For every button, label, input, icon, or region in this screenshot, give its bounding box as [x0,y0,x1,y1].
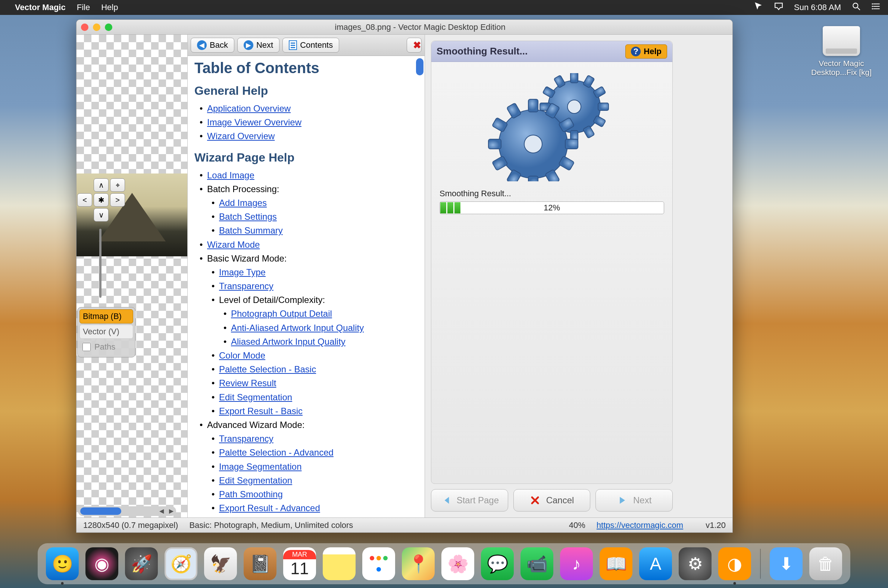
menubar-clock[interactable]: Sun 6:08 AM [794,3,841,12]
svg-point-1 [872,3,873,4]
status-mode: Basic: Photograph, Medium, Unlimited col… [189,520,353,530]
link-path-smoothing[interactable]: Path Smoothing [219,489,283,499]
nav-fit-button[interactable]: ⌖ [110,178,125,192]
drive-icon [823,26,860,56]
window-title: images_08.png - Vector Magic Desktop Edi… [112,22,728,32]
link-palette-adv[interactable]: Palette Selection - Advanced [219,447,333,458]
dock-mail[interactable]: 🦅 [204,548,237,580]
minimize-window-button[interactable] [93,24,100,31]
dock-vector-magic[interactable]: ◑ [718,548,751,580]
pane-help-button[interactable]: ? Help [626,44,667,58]
link-batch-settings[interactable]: Batch Settings [219,212,277,222]
layer-bitmap[interactable]: Bitmap (B) [80,309,133,324]
viewer-h-scrollbar[interactable]: ◀ ▶ [78,506,176,516]
link-transparency-basic[interactable]: Transparency [219,281,273,291]
scroll-right-icon[interactable]: ▶ [166,506,176,516]
start-page-button[interactable]: Start Page [431,489,508,512]
link-batch-summary[interactable]: Batch Summary [219,225,283,236]
link-add-images[interactable]: Add Images [219,198,267,208]
link-palette-basic[interactable]: Palette Selection - Basic [219,364,316,374]
link-load-image[interactable]: Load Image [207,170,255,180]
nav-down-button[interactable]: ∨ [94,208,109,222]
link-export-adv[interactable]: Export Result - Advanced [219,503,320,513]
close-window-button[interactable] [81,24,88,31]
dock-safari[interactable]: 🧭 [165,548,197,580]
help-contents-button[interactable]: Contents [282,38,339,52]
layer-paths[interactable]: Paths [80,340,133,354]
link-aliased-artwork-quality[interactable]: Aliased Artwork Input Quality [231,336,345,346]
help-next-button[interactable]: ▶Next [237,38,279,52]
link-transparency-adv[interactable]: Transparency [219,434,273,444]
dock-calendar[interactable]: MAR 11 [283,548,316,580]
nav-left-button[interactable]: < [77,193,92,207]
dock-system-preferences[interactable]: ⚙ [679,548,711,580]
zoom-window-button[interactable] [105,24,112,31]
status-version: v1.20 [705,520,726,530]
cancel-button[interactable]: Cancel [513,489,591,512]
link-application-overview[interactable]: Application Overview [207,104,291,113]
link-aa-artwork-quality[interactable]: Anti-Aliased Artwork Input Quality [231,323,364,333]
nav-up-button[interactable]: ∧ [94,178,109,192]
dock-notes[interactable] [323,548,356,580]
link-export-basic[interactable]: Export Result - Basic [219,406,303,416]
link-wizard-mode[interactable]: Wizard Mode [207,240,260,250]
dock-appstore[interactable]: A [639,548,672,580]
svg-point-5 [567,100,581,113]
svg-point-3 [872,8,873,9]
link-review-result[interactable]: Review Result [219,378,276,388]
help-back-button[interactable]: ◀Back [190,38,234,52]
status-url[interactable]: https://vectormagic.com [597,520,683,530]
help-v-scrollbar[interactable] [415,56,424,518]
cursor-status-icon[interactable] [754,2,764,14]
dock-ibooks[interactable]: 📖 [600,548,632,580]
titlebar[interactable]: images_08.png - Vector Magic Desktop Edi… [76,20,732,35]
dock-downloads[interactable]: ⬇ [770,548,802,580]
dock-reminders[interactable] [362,548,395,580]
next-arrow-icon: ▶ [244,40,254,50]
menu-help[interactable]: Help [101,3,118,12]
link-photo-output-detail[interactable]: Photograph Output Detail [231,309,332,319]
layer-vector[interactable]: Vector (V) [80,325,133,339]
paths-checkbox[interactable] [82,343,91,351]
link-image-type[interactable]: Image Type [219,267,266,277]
dock-trash[interactable]: 🗑 [809,548,842,580]
scrollbar-thumb[interactable] [80,507,121,515]
link-wizard-overview[interactable]: Wizard Overview [207,131,274,141]
desktop-drive[interactable]: Vector Magic Desktop...Fix [kg] [810,26,873,77]
back-arrow-icon: ◀ [197,40,207,50]
svg-point-8 [524,135,542,153]
dock-photos[interactable]: 🌸 [441,548,474,580]
next-button[interactable]: Next [596,489,673,512]
dock-itunes[interactable]: ♪ [560,548,593,580]
link-color-mode[interactable]: Color Mode [219,350,265,360]
link-image-viewer-overview[interactable]: Image Viewer Overview [207,117,302,127]
status-zoom: 40% [569,520,585,530]
help-pane: ◀Back ▶Next Contents ✖ Table of Contents… [188,35,425,518]
dock-finder[interactable]: 🙂 [46,548,79,580]
spotlight-icon[interactable] [851,2,861,14]
dock-messages[interactable]: 💬 [481,548,514,580]
scroll-left-icon[interactable]: ◀ [157,506,166,516]
dock-contacts[interactable]: 📓 [244,548,276,580]
help-general-heading: General Help [194,84,416,98]
link-edit-segmentation-basic[interactable]: Edit Segmentation [219,392,292,402]
zoom-slider[interactable] [93,229,108,303]
link-edit-segmentation-adv[interactable]: Edit Segmentation [219,476,292,485]
dock: 🙂 ◉ 🚀 🧭 🦅 📓 MAR 11 📍 🌸 💬 📹 ♪ 📖 A ⚙ ◑ ⬇ 🗑 [38,543,850,584]
dock-facetime[interactable]: 📹 [520,548,554,580]
nav-center-button[interactable]: ✱ [94,193,109,207]
airplay-icon[interactable] [774,2,783,14]
menu-extras-icon[interactable] [872,2,881,14]
dock-maps[interactable]: 📍 [402,548,435,580]
first-page-icon [440,495,451,506]
link-image-segmentation[interactable]: Image Segmentation [219,462,302,472]
help-close-button[interactable]: ✖ [407,38,422,52]
nav-right-button[interactable]: > [110,193,125,207]
help-content: Table of Contents General Help Applicati… [188,56,424,518]
app-name[interactable]: Vector Magic [15,3,66,12]
menu-file[interactable]: File [77,3,90,12]
dock-siri[interactable]: ◉ [86,548,118,580]
dock-separator [760,549,761,579]
progress-label: Smoothing Result... [431,189,672,201]
dock-launchpad[interactable]: 🚀 [125,548,158,580]
